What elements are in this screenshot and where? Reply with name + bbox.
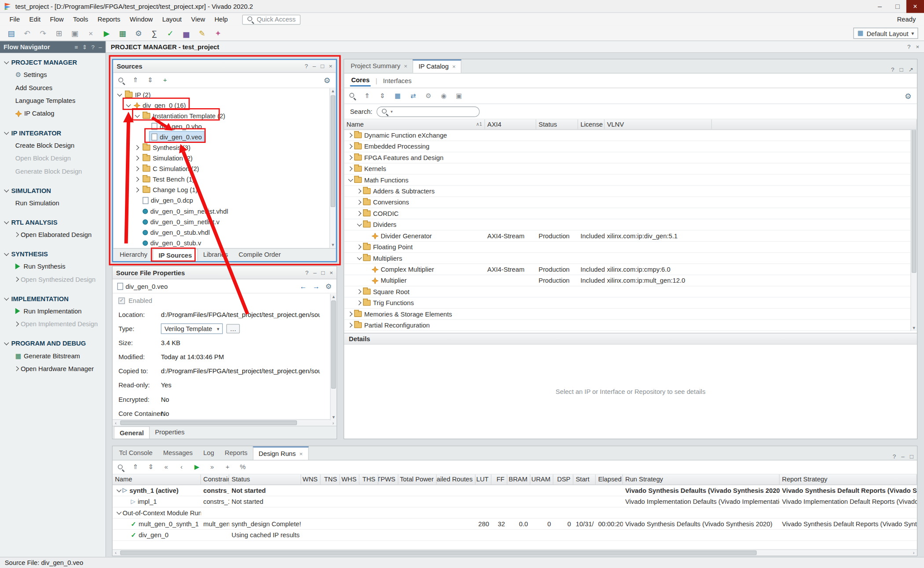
more-button[interactable]: … (226, 324, 240, 333)
chevron-down-icon[interactable] (356, 221, 363, 228)
properties-panel-header[interactable]: Source File Properties ?–□× (113, 266, 337, 279)
catalog-row-multiplier[interactable]: MultiplierProductionIncludedxilinx.com:i… (344, 275, 917, 286)
chevron-down-icon[interactable] (356, 254, 363, 262)
validate-icon[interactable]: ✓ (166, 29, 175, 37)
back-icon[interactable]: ← (300, 282, 307, 290)
close-icon[interactable]: × (452, 60, 456, 73)
flownav-item-open-elaborated-design[interactable]: Open Elaborated Design (0, 228, 106, 241)
float-icon[interactable]: ↗ (909, 66, 913, 73)
catalog-settings-icon[interactable]: ⚙ (904, 92, 912, 99)
flownav-section-header[interactable]: RTL ANALYSIS (0, 216, 106, 228)
chevron-down-icon[interactable] (2, 250, 10, 258)
chevron-right-icon[interactable] (356, 187, 363, 195)
chevron-down-icon[interactable] (347, 176, 354, 184)
column-header-report-strategy[interactable]: Report Strategy (780, 474, 917, 484)
quick-access-box[interactable]: Quick Access (242, 15, 301, 25)
tree-row-div-gen-0-stub-vhdl[interactable]: div_gen_0_stub.vhdl (113, 227, 336, 237)
sources-tab-hierarchy[interactable]: Hierarchy (114, 249, 153, 261)
chevron-down-icon[interactable] (115, 487, 122, 494)
tree-row-c-simulation-2[interactable]: C Simulation (2) (113, 164, 336, 174)
catalog-row-embedded-processing[interactable]: Embedded Processing (344, 141, 917, 152)
catalog-row-divider-generator[interactable]: Divider GeneratorAXI4-StreamProductionIn… (344, 230, 917, 241)
tree-row-div-gen-0-16[interactable]: div_gen_0 (16) (113, 100, 336, 110)
catalog-search-input[interactable]: ▾ (377, 106, 480, 117)
run-icon[interactable]: ▶ (103, 29, 111, 37)
chevron-right-icon[interactable] (133, 165, 141, 172)
catalog-row-dividers[interactable]: Dividers (344, 219, 917, 230)
tree-row-div-gen-0-vho[interactable]: div_gen_0.vho (113, 121, 336, 132)
chevron-right-icon[interactable] (356, 243, 363, 251)
max-icon[interactable]: □ (321, 63, 324, 69)
details-toggle-icon[interactable]: ▣ (455, 93, 463, 99)
properties-tab-general[interactable]: General (114, 426, 150, 439)
start-runs-icon[interactable]: ▶ (193, 464, 201, 470)
create-runs-icon[interactable]: + (224, 464, 232, 470)
column-header-run-strategy[interactable]: Run Strategy (623, 474, 780, 484)
help-icon[interactable]: ? (91, 44, 94, 51)
menu-edit[interactable]: Edit (25, 13, 45, 25)
step-back-icon[interactable]: ‹ (177, 464, 186, 470)
min-icon[interactable]: – (313, 63, 316, 69)
collapse-all-icon[interactable]: ⇑ (132, 77, 140, 84)
copy-icon[interactable]: ⊞ (55, 29, 63, 37)
flownav-section-header[interactable]: PROJECT MANAGER (0, 56, 106, 68)
chevron-right-icon[interactable] (347, 131, 354, 139)
column-header-failed-routes[interactable]: Failed Routes (436, 474, 475, 484)
column-header-name[interactable]: Name (113, 474, 201, 484)
chevron-right-icon[interactable] (133, 186, 141, 193)
program-icon[interactable]: ▦ (118, 29, 127, 37)
search-icon[interactable] (349, 92, 356, 99)
chevron-down-icon[interactable] (2, 58, 10, 66)
settings-icon[interactable]: ⚙ (134, 29, 143, 37)
percent-icon[interactable]: % (238, 464, 247, 470)
chevron-right-icon[interactable] (347, 154, 354, 161)
delete-icon[interactable]: × (87, 29, 95, 37)
chevron-down-icon[interactable] (115, 509, 122, 517)
tab-project-summary[interactable]: Project Summary× (345, 59, 413, 73)
enabled-checkbox[interactable]: ✓ (118, 297, 125, 304)
catalog-row-dynamic-function-exchange[interactable]: Dynamic Function eXchange (344, 130, 917, 141)
chevron-down-icon[interactable] (133, 112, 141, 120)
column-header-whs[interactable]: WHS (340, 474, 359, 484)
expand-all-icon[interactable]: ⇕ (147, 464, 155, 470)
help-icon[interactable]: ? (907, 44, 910, 50)
layout-select[interactable]: ▦ Default Layout ▾ (853, 28, 918, 39)
flownav-section-header[interactable]: IP INTEGRATOR (0, 127, 106, 139)
chevron-right-icon[interactable] (347, 310, 354, 318)
properties-tab-properties[interactable]: Properties (150, 426, 190, 439)
expand-all-icon[interactable]: ⇕ (378, 93, 387, 99)
catalog-row-cordic[interactable]: CORDIC (344, 208, 917, 219)
help-icon[interactable]: ? (304, 63, 308, 69)
save-icon[interactable]: ▤ (7, 29, 15, 37)
chevron-right-icon[interactable] (356, 210, 363, 217)
design-run-row-impl-1[interactable]: ▷impl_1constrs_1Not startedVivado Implem… (113, 496, 917, 507)
collapse-all-icon[interactable]: ⇑ (363, 93, 371, 99)
column-header-total-power[interactable]: Total Power (398, 474, 436, 484)
chevron-right-icon[interactable] (356, 288, 363, 295)
sort-icon[interactable]: ⇕ (82, 44, 87, 51)
sum-icon[interactable]: ∑ (150, 29, 159, 37)
column-header-ths[interactable]: THS (359, 474, 378, 484)
flownav-item-settings[interactable]: ⚙Settings (0, 68, 106, 81)
flownav-item-ip-catalog[interactable]: IP Catalog (0, 107, 106, 120)
chevron-down-icon[interactable] (125, 102, 132, 109)
redo-icon[interactable]: ↷ (39, 29, 47, 37)
chevron-right-icon[interactable] (13, 231, 20, 238)
reset-runs-icon[interactable]: « (162, 464, 170, 470)
flownav-section-header[interactable]: IMPLEMENTATION (0, 293, 106, 305)
menu-help[interactable]: Help (210, 13, 233, 25)
close-icon[interactable]: × (330, 269, 333, 275)
flownav-item-create-block-design[interactable]: Create Block Design (0, 139, 106, 152)
type-select[interactable]: Verilog Template▾ (161, 324, 223, 334)
catalog-row-kernels[interactable]: Kernels (344, 164, 917, 175)
maximize-button[interactable]: □ (889, 0, 906, 13)
chevron-down-icon[interactable] (2, 218, 10, 226)
flownav-item-open-hardware-manager[interactable]: Open Hardware Manager (0, 362, 106, 375)
catalog-row-floating-point[interactable]: Floating Point (344, 242, 917, 253)
sources-settings-icon[interactable]: ⚙ (323, 76, 331, 84)
catalog-row-complex-multiplier[interactable]: Complex MultiplierAXI4-StreamProductionI… (344, 264, 917, 275)
design-run-row-synth-1-active[interactable]: ▷synth_1 (active)constrs_1Not startedViv… (113, 485, 917, 496)
tab-messages[interactable]: Messages (158, 446, 198, 460)
max-icon[interactable]: □ (321, 269, 325, 275)
add-sources-icon[interactable]: + (161, 77, 169, 84)
